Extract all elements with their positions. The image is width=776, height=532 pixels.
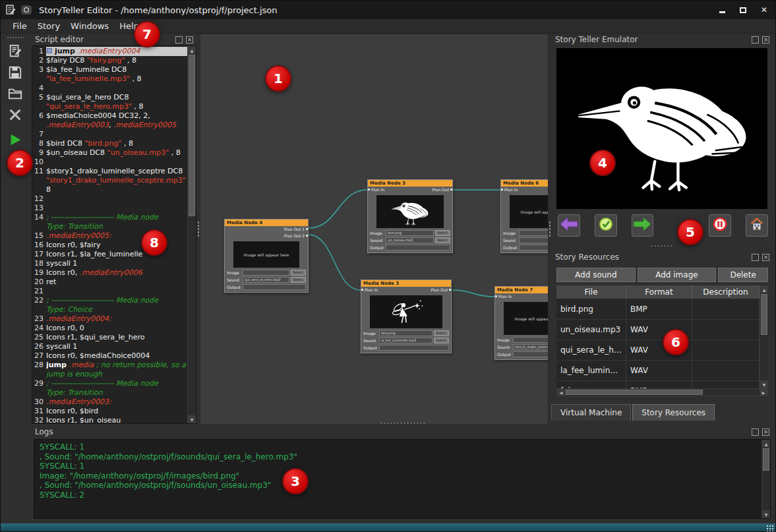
- splitter-handle[interactable]: [197, 221, 200, 237]
- output-port[interactable]: Plan Out: [432, 187, 449, 193]
- code-line[interactable]: 15.mediaEntry0005:: [32, 231, 187, 241]
- code-line[interactable]: "story1_drako_luminelle_sceptre.mp3" ,: [32, 176, 187, 185]
- resize-grip-icon[interactable]: [766, 525, 773, 531]
- menu-file[interactable]: File: [7, 20, 32, 32]
- node-select-button[interactable]: Select: [435, 237, 450, 243]
- node-field-value[interactable]: [379, 345, 449, 351]
- close-project-button[interactable]: [6, 107, 24, 125]
- emulator-forward-button[interactable]: [632, 214, 654, 237]
- node-select-button[interactable]: Select: [435, 230, 450, 236]
- open-button[interactable]: [6, 86, 24, 104]
- node-field-value[interactable]: [519, 237, 549, 243]
- scroll-up-icon[interactable]: ▲: [188, 46, 196, 54]
- menu-windows[interactable]: Windows: [65, 20, 114, 32]
- script-editor[interactable]: 1jump .mediaEntry00042$fairy DC8 "fairy.…: [32, 45, 196, 424]
- code-line[interactable]: 1jump .mediaEntry0004: [32, 47, 187, 56]
- menu-story[interactable]: Story: [32, 20, 65, 32]
- node-select-button[interactable]: Select: [291, 270, 306, 276]
- emulator-pause-button[interactable]: [709, 214, 731, 237]
- script-code[interactable]: 1jump .mediaEntry00042$fairy DC8 "fairy.…: [32, 47, 187, 423]
- emulator-home-button[interactable]: [746, 214, 768, 237]
- scrollbar-thumb[interactable]: [761, 294, 767, 335]
- code-line[interactable]: 5$qui_sera_le_hero DC8: [32, 93, 187, 102]
- dock-close-icon[interactable]: ✕: [762, 36, 769, 44]
- code-line[interactable]: Type: Transition: [32, 388, 187, 398]
- input-port[interactable]: Plan In: [498, 293, 512, 300]
- node-field-value[interactable]: la_fee_luminelle.mp3: [379, 338, 433, 343]
- code-line[interactable]: 21: [32, 287, 187, 296]
- dock-float-icon[interactable]: [752, 429, 759, 436]
- code-line[interactable]: 2$fairy DC8 "fairy.png" , 8: [32, 56, 187, 65]
- code-line[interactable]: 20ret: [32, 278, 187, 287]
- media-node[interactable]: Media Node 5Plan InPlan OutImagebird.png…: [367, 179, 453, 253]
- input-port[interactable]: Plan In: [504, 187, 518, 193]
- dock-close-icon[interactable]: ✕: [762, 429, 769, 436]
- node-title-bar[interactable]: Media Node 3: [361, 280, 451, 287]
- splitter-handle[interactable]: [650, 245, 674, 247]
- node-select-button[interactable]: Select: [434, 330, 449, 336]
- media-node[interactable]: Media Node 7Plan InImage will appear her…: [494, 286, 549, 360]
- code-line[interactable]: 22; ------------------------ Media node: [32, 296, 187, 305]
- code-line[interactable]: Type: Transition: [32, 222, 187, 231]
- table-scrollbar[interactable]: ▲ ▼: [760, 285, 768, 388]
- input-port[interactable]: Plan In: [371, 187, 384, 193]
- add-sound-button[interactable]: Add sound: [556, 268, 636, 282]
- node-field-value[interactable]: story1_drako_luminelle_sceptre.mp3: [513, 344, 549, 350]
- code-line[interactable]: 7: [32, 130, 187, 139]
- node-field-value[interactable]: [513, 351, 549, 357]
- scroll-down-icon[interactable]: ▼: [760, 380, 768, 388]
- output-port[interactable]: Plan Out 1: [284, 226, 305, 233]
- scroll-down-icon[interactable]: ▼: [762, 510, 770, 518]
- scrollbar-thumb[interactable]: [189, 55, 195, 216]
- scrollbar-thumb[interactable]: [566, 390, 703, 395]
- minimize-button[interactable]: [716, 5, 728, 15]
- new-script-button[interactable]: [6, 44, 24, 62]
- code-line[interactable]: 6$mediaChoice0004 DC32, 2,: [32, 111, 187, 121]
- output-port[interactable]: Plan Out: [431, 287, 448, 293]
- table-row[interactable]: la_fee_luminelle.mp3WAV: [556, 361, 760, 381]
- input-port[interactable]: Plan In: [365, 287, 378, 293]
- code-line[interactable]: 27Icons r0, $mediaChoice0004: [32, 351, 187, 361]
- node-title-bar[interactable]: Media Node 5: [368, 180, 452, 187]
- node-field-value[interactable]: [243, 270, 289, 276]
- code-line[interactable]: 11$story1_drako_luminelle_sceptre DC8: [32, 167, 187, 176]
- code-line[interactable]: 23.mediaEntry0004:: [32, 314, 187, 324]
- column-header-description[interactable]: Description: [692, 285, 760, 299]
- code-line[interactable]: 9$un_oiseau DC8 "un_oiseau.mp3" , 8: [32, 148, 187, 158]
- code-line[interactable]: "qui_sera_le_hero.mp3" , 8: [32, 102, 187, 111]
- node-field-value[interactable]: fairy.png: [379, 330, 433, 336]
- splitter-handle[interactable]: [380, 422, 426, 425]
- dock-float-icon[interactable]: [752, 36, 759, 44]
- media-node[interactable]: Media Node 4Plan Out 1Plan Out 2Image wi…: [224, 219, 309, 293]
- code-line[interactable]: 30.mediaEntry0003:: [32, 398, 187, 407]
- dock-float-icon[interactable]: [752, 254, 759, 261]
- node-select-button[interactable]: Select: [291, 277, 306, 283]
- scroll-left-icon[interactable]: ◀: [557, 389, 565, 396]
- code-line[interactable]: 14; ------------------------ Media node: [32, 213, 187, 222]
- code-line[interactable]: .mediaEntry0003, .mediaEntry0005: [32, 121, 187, 130]
- emulator-ok-button[interactable]: [595, 214, 617, 237]
- node-field-value[interactable]: [513, 337, 549, 343]
- scroll-down-icon[interactable]: ▼: [188, 415, 196, 423]
- node-select-button[interactable]: Select: [434, 338, 449, 343]
- code-line[interactable]: 24Icons r0, 0: [32, 324, 187, 333]
- node-field-value[interactable]: [386, 245, 450, 251]
- code-line[interactable]: 10: [32, 158, 187, 167]
- node-field-value[interactable]: [519, 230, 549, 236]
- toolbar-grip[interactable]: [7, 36, 24, 40]
- menu-help[interactable]: Help: [114, 20, 144, 32]
- scroll-up-icon[interactable]: ▲: [762, 440, 770, 448]
- code-line[interactable]: 12: [32, 194, 187, 204]
- column-header-file[interactable]: File: [556, 285, 626, 299]
- node-field-value[interactable]: bird.png: [386, 230, 434, 236]
- logs-content[interactable]: SYSCALL: 1, Sound: "/home/anthony/ostpro…: [34, 439, 771, 519]
- node-title-bar[interactable]: Media Node 6: [501, 180, 549, 187]
- code-line[interactable]: 8$bird DC8 "bird.png" , 8: [32, 139, 187, 148]
- scrollbar-thumb[interactable]: [763, 448, 769, 471]
- node-title-bar[interactable]: Media Node 7: [495, 287, 549, 293]
- tab-story-resources[interactable]: Story Resources: [632, 404, 715, 421]
- emulator-back-button[interactable]: [558, 214, 580, 237]
- table-horizontal-scrollbar[interactable]: ◀ ▶: [556, 388, 768, 396]
- code-line[interactable]: 32Icons r1, $un_oiseau: [32, 416, 187, 423]
- node-field-value[interactable]: qui_sera_le_hero.mp3: [243, 277, 289, 283]
